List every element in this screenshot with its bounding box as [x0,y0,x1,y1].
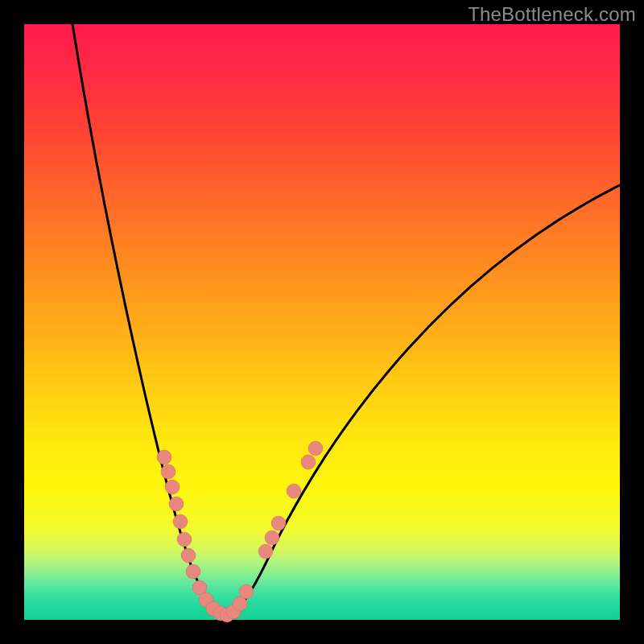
data-marker [308,441,323,456]
data-marker [177,532,192,547]
data-marker [173,514,188,529]
data-marker [265,530,279,545]
data-marker [157,450,171,464]
data-marker [258,544,273,559]
marker-group [157,441,323,622]
chart-frame: TheBottleneck.com [0,0,644,644]
plot-area [24,24,620,620]
watermark-text: TheBottleneck.com [468,3,636,26]
data-marker [169,497,184,511]
bottleneck-curve [72,24,620,616]
data-marker [165,480,180,494]
data-marker [287,484,301,498]
data-marker [186,564,200,579]
data-marker [271,516,286,530]
data-marker [301,455,316,469]
curve-svg [24,24,620,620]
data-marker [239,584,254,599]
data-marker [161,464,175,479]
data-marker [181,548,196,563]
